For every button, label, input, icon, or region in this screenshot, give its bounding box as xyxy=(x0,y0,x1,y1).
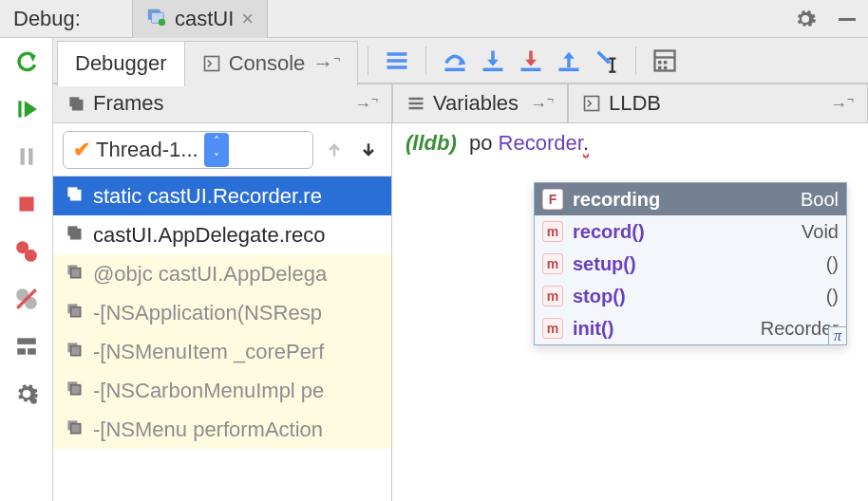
tab-debugger[interactable]: Debugger xyxy=(57,41,185,86)
frame-row[interactable]: @objc castUI.AppDelega xyxy=(53,254,391,293)
resume-icon[interactable] xyxy=(14,97,39,127)
completion-item[interactable]: mstop()() xyxy=(535,280,846,312)
lldb-panel-header[interactable]: LLDB →¬ xyxy=(568,84,868,123)
svg-rect-54 xyxy=(71,384,81,394)
show-execution-point-icon[interactable] xyxy=(378,42,416,80)
frame-label: -[NSMenu performAction xyxy=(93,418,323,442)
completion-kind-badge: m xyxy=(542,318,563,339)
svg-rect-38 xyxy=(73,101,83,110)
completion-item[interactable]: FrecordingBool xyxy=(535,183,846,215)
gear-icon[interactable] xyxy=(788,2,822,36)
run-to-cursor-icon[interactable] xyxy=(588,42,626,80)
svg-rect-35 xyxy=(658,65,662,69)
frames-label: Frames xyxy=(93,91,164,116)
lldb-icon xyxy=(582,94,601,113)
svg-rect-15 xyxy=(28,348,36,355)
hide-arrow-icon[interactable]: →¬ xyxy=(830,93,854,115)
completion-kind-badge: m xyxy=(542,286,563,306)
completion-type: Recorder xyxy=(761,318,839,340)
step-out-icon[interactable] xyxy=(550,42,588,80)
stack-frame-icon xyxy=(65,223,84,248)
debugger-toolbar: Debugger Console →¬ xyxy=(53,38,868,84)
completion-type: Bool xyxy=(801,189,839,211)
stack-frame-icon xyxy=(65,301,84,325)
svg-rect-7 xyxy=(19,196,33,211)
frame-label: -[NSCarbonMenuImpl pe xyxy=(93,379,324,403)
stop-icon[interactable] xyxy=(14,192,39,222)
lldb-object: Recorder xyxy=(499,131,583,155)
frames-panel-header[interactable]: Frames →¬ xyxy=(53,84,392,123)
svg-rect-4 xyxy=(18,101,21,117)
svg-rect-6 xyxy=(28,148,32,164)
frame-row[interactable]: -[NSApplication(NSResp xyxy=(53,293,391,332)
completion-name: init() xyxy=(573,318,613,340)
stack-frame-icon xyxy=(65,262,84,287)
completion-kind-badge: m xyxy=(542,221,563,242)
rerun-icon[interactable] xyxy=(14,49,39,80)
pause-icon[interactable] xyxy=(14,144,39,175)
svg-rect-13 xyxy=(17,338,36,344)
force-step-into-icon[interactable] xyxy=(512,42,550,80)
close-tab-icon[interactable]: × xyxy=(241,7,254,31)
frame-row[interactable]: -[NSMenu performAction xyxy=(53,410,391,449)
run-config-name: castUI xyxy=(175,7,234,31)
completion-item[interactable]: mrecord()Void xyxy=(535,215,846,248)
frame-label: -[NSMenuItem _corePerf xyxy=(93,340,324,364)
hide-arrow-icon[interactable]: →¬ xyxy=(354,93,378,115)
completion-name: recording xyxy=(573,189,660,211)
thread-selector[interactable]: ✔ Thread-1... ˄˅ xyxy=(63,131,313,169)
frame-list[interactable]: static castUI.Recorder.recastUI.AppDeleg… xyxy=(53,176,391,501)
svg-rect-3 xyxy=(839,18,856,21)
stack-frame-icon xyxy=(65,184,84,209)
completion-item[interactable]: msetup()() xyxy=(535,248,846,280)
completion-kind-badge: m xyxy=(542,253,563,274)
layout-icon[interactable] xyxy=(14,334,39,364)
frame-row[interactable]: static castUI.Recorder.re xyxy=(53,176,391,215)
svg-rect-56 xyxy=(71,423,81,433)
frame-row[interactable]: -[NSCarbonMenuImpl pe xyxy=(53,371,391,410)
thread-stepper[interactable]: ˄˅ xyxy=(204,133,229,167)
check-icon: ✔ xyxy=(73,138,90,162)
completion-item[interactable]: minit()Recorder xyxy=(535,312,846,344)
debug-gutter xyxy=(0,38,53,501)
frame-row[interactable]: castUI.AppDelegate.reco xyxy=(53,215,391,254)
panels-header: Frames →¬ Variables →¬ LLDB →¬ xyxy=(53,84,868,123)
svg-rect-44 xyxy=(71,190,81,199)
lldb-input-line[interactable]: (lldb) po Recorder. xyxy=(392,123,868,163)
prev-frame-icon[interactable] xyxy=(321,137,348,163)
hide-arrow-icon[interactable]: →¬ xyxy=(530,93,554,115)
frame-label: -[NSApplication(NSResp xyxy=(93,301,322,325)
evaluate-expression-icon[interactable] xyxy=(646,42,684,80)
svg-point-9 xyxy=(24,250,36,262)
thread-selector-row: ✔ Thread-1... ˄˅ xyxy=(53,123,391,176)
pi-icon[interactable]: π xyxy=(828,326,847,345)
tab-console[interactable]: Console →¬ xyxy=(185,41,359,86)
minimize-icon[interactable] xyxy=(830,2,864,36)
svg-rect-36 xyxy=(664,65,668,69)
mute-breakpoints-icon[interactable] xyxy=(14,287,39,317)
run-config-tab[interactable]: castUI × xyxy=(132,0,268,38)
completion-kind-badge: F xyxy=(542,189,563,210)
completion-popup[interactable]: FrecordingBoolmrecord()Voidmsetup()()mst… xyxy=(534,182,847,345)
variables-panel-header[interactable]: Variables →¬ xyxy=(392,84,568,123)
debug-topbar: Debug: castUI × xyxy=(0,0,868,38)
breakpoints-icon[interactable] xyxy=(14,239,39,269)
step-over-icon[interactable] xyxy=(436,42,474,80)
frames-panel: ✔ Thread-1... ˄˅ static castUI.Recorder.… xyxy=(53,123,392,501)
tab-debugger-label: Debugger xyxy=(75,51,167,76)
svg-rect-34 xyxy=(664,61,668,65)
frame-row[interactable]: -[NSMenuItem _corePerf xyxy=(53,332,391,371)
next-frame-icon[interactable] xyxy=(355,137,382,163)
lldb-cmd: po xyxy=(469,131,499,155)
variables-icon xyxy=(406,94,425,113)
stack-frame-icon xyxy=(65,418,84,442)
tab-console-label: Console xyxy=(229,51,306,76)
frame-label: static castUI.Recorder.re xyxy=(93,184,322,209)
stack-frame-icon xyxy=(65,340,84,364)
lldb-label: LLDB xyxy=(609,91,661,116)
svg-rect-33 xyxy=(658,61,662,65)
svg-point-2 xyxy=(159,18,165,25)
step-into-icon[interactable] xyxy=(474,42,512,80)
run-config-icon xyxy=(146,6,167,32)
settings-icon[interactable] xyxy=(14,381,39,412)
